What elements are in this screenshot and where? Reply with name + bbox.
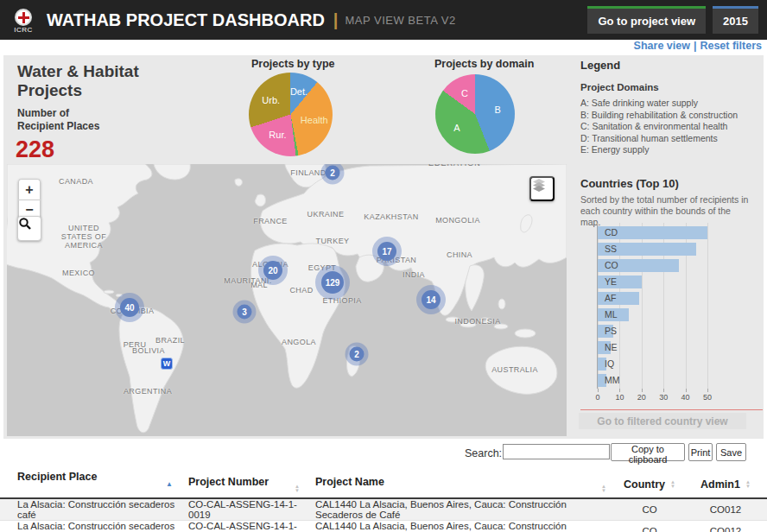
map-search-button[interactable] bbox=[17, 216, 41, 241]
cluster-marker[interactable]: 14 bbox=[416, 285, 446, 314]
search-input[interactable] bbox=[503, 444, 610, 459]
zoom-in-button[interactable]: + bbox=[18, 179, 41, 200]
cluster-marker[interactable]: 20 bbox=[258, 256, 288, 285]
red-cross-icon bbox=[15, 9, 32, 26]
country-label: AUSTRALIA bbox=[491, 365, 538, 374]
projects-table: Recipient Place▲Project Number▲▼Project … bbox=[0, 471, 767, 532]
axis-tick bbox=[619, 389, 620, 392]
cluster-marker[interactable]: 2 bbox=[345, 343, 369, 366]
country-bar-label: NE bbox=[605, 341, 618, 354]
map-layers-button[interactable] bbox=[529, 176, 555, 201]
country-label: INDONESIA bbox=[454, 317, 500, 326]
country-label: ANGOLA bbox=[282, 338, 316, 346]
country-label: FRANCE bbox=[253, 217, 287, 225]
year-button[interactable]: 2015 bbox=[713, 6, 758, 34]
column-header-label: Project Number bbox=[188, 476, 269, 488]
country-label: BRAZIL bbox=[155, 336, 185, 345]
column-header-country[interactable]: Country▲▼ bbox=[615, 471, 684, 498]
pie-slice-label: Urb. bbox=[262, 95, 280, 105]
column-header-project-number[interactable]: Project Number▲▼ bbox=[181, 471, 308, 498]
column-header-recipient-place[interactable]: Recipient Place▲ bbox=[0, 471, 181, 498]
page-title: WATHAB PROJECT DASHBOARD bbox=[47, 10, 325, 30]
metric-label: Number of Recipient Places bbox=[17, 107, 114, 133]
projects-by-domain-pie[interactable]: BAC bbox=[435, 74, 515, 154]
table-row[interactable]: La Alsacia: Construcción secaderos caféC… bbox=[0, 498, 767, 521]
icrc-logo-label: ICRC bbox=[9, 26, 38, 34]
country-bar-label: YE bbox=[605, 276, 617, 288]
print-button[interactable]: Print bbox=[688, 443, 713, 461]
country-label: CANADA bbox=[59, 177, 93, 186]
column-header-label: Country bbox=[624, 478, 665, 491]
cluster-marker-count: 2 bbox=[326, 166, 340, 180]
sort-icon: ▲▼ bbox=[670, 480, 675, 489]
table-cell: CO bbox=[615, 521, 684, 532]
map-zoom-control: + − bbox=[18, 179, 41, 220]
cluster-marker[interactable]: 3 bbox=[233, 301, 257, 324]
pie-slice-label: C bbox=[461, 88, 468, 98]
table-cell: La Alsacia: Construcción secaderos café bbox=[0, 521, 181, 532]
table-cell: CO bbox=[615, 498, 684, 521]
pie-type-title: Projects by type bbox=[251, 58, 335, 70]
link-divider: | bbox=[694, 40, 697, 52]
country-bar-label: CO bbox=[605, 259, 618, 272]
search-icon bbox=[18, 217, 32, 231]
cluster-marker-count: 3 bbox=[238, 305, 252, 320]
table-cell: CAL1440 La Alsacia, Buenos Aires, Cauca:… bbox=[308, 521, 615, 532]
country-label: UKRAINE bbox=[307, 210, 345, 218]
go-to-filtered-country-view-button[interactable]: Go to filtered country view bbox=[579, 413, 746, 429]
country-bar-label: PS bbox=[605, 325, 617, 338]
column-header-project-name[interactable]: Project Name▲▼ bbox=[308, 471, 615, 498]
w-marker-icon[interactable]: W bbox=[161, 358, 173, 370]
clipped-country-label: EDERATION bbox=[428, 164, 481, 168]
axis-tick-label: 50 bbox=[703, 393, 712, 402]
axis-tick bbox=[707, 389, 708, 392]
country-bar-label: IQ bbox=[605, 358, 614, 370]
cluster-marker-count: 17 bbox=[377, 242, 396, 261]
sort-icon: ▲▼ bbox=[601, 484, 606, 493]
column-header-label: Recipient Place bbox=[17, 471, 97, 483]
world-map[interactable]: CANADAUNITED STATES OF AMERICAMEXICOCOLO… bbox=[7, 164, 567, 436]
gridline bbox=[707, 223, 708, 389]
table-cell: CO-CAL-ASSENG-14-1-0019 bbox=[181, 521, 308, 532]
pie-slice-label: Health bbox=[301, 115, 328, 125]
axis-tick bbox=[663, 389, 664, 392]
countries-bar-chart: 01020304050CDSSCOYEAFMLPSNEIQMM bbox=[574, 223, 767, 408]
cluster-marker[interactable]: 40 bbox=[115, 293, 144, 322]
axis-tick-label: 40 bbox=[681, 393, 690, 402]
copy-to-clipboard-button[interactable]: Copy to clipboard bbox=[611, 443, 685, 461]
layers-icon bbox=[531, 178, 547, 193]
projects-by-type-pie[interactable]: Det.HealthRur.Urb. bbox=[249, 73, 333, 156]
wathab-dashboard: ICRC WATHAB PROJECT DASHBOARD | MAP VIEW… bbox=[0, 0, 767, 532]
cluster-marker-count: 2 bbox=[350, 347, 364, 362]
column-header-label: Admin1 bbox=[700, 478, 740, 491]
country-label: UNITED STATES OF AMERICA bbox=[55, 225, 112, 250]
legend-item: E: Energy supply bbox=[580, 144, 738, 156]
table-row[interactable]: La Alsacia: Construcción secaderos caféC… bbox=[0, 521, 767, 532]
cluster-marker[interactable]: 17 bbox=[372, 237, 402, 266]
legend-item: C: Sanitation & environmental health bbox=[580, 121, 738, 133]
view-links: Share view|Reset filters bbox=[0, 40, 767, 55]
column-header-label: Project Name bbox=[315, 476, 384, 488]
country-bar-label: AF bbox=[605, 292, 616, 305]
country-bar-label: MM bbox=[605, 374, 620, 387]
dashboard-panel: Water & Habitat Projects Number of Recip… bbox=[3, 55, 764, 439]
table-cell: CO-CAL-ASSENG-14-1-0019 bbox=[181, 498, 308, 521]
cluster-marker-count: 40 bbox=[120, 298, 139, 317]
go-to-project-view-button[interactable]: Go to project view bbox=[587, 6, 706, 34]
pie-slice-label: B bbox=[495, 104, 501, 115]
share-view-link[interactable]: Share view bbox=[634, 40, 690, 52]
reset-filters-link[interactable]: Reset filters bbox=[700, 40, 762, 52]
legend-item: B: Building rehabilitation & constructio… bbox=[580, 110, 738, 122]
country-label: TURKEY bbox=[316, 237, 350, 245]
column-header-admin1[interactable]: Admin1▲▼ bbox=[684, 471, 767, 498]
save-button[interactable]: Save bbox=[716, 443, 746, 461]
country-bar-label: SS bbox=[605, 243, 617, 256]
axis-tick-label: 0 bbox=[595, 393, 599, 402]
table-cell: La Alsacia: Construcción secaderos café bbox=[0, 498, 181, 521]
cluster-marker[interactable]: 129 bbox=[315, 265, 350, 300]
axis-tick-label: 10 bbox=[615, 393, 624, 402]
pie-slice-label: Det. bbox=[290, 86, 307, 97]
cluster-marker-count: 20 bbox=[263, 261, 282, 280]
cluster-marker-count: 129 bbox=[321, 271, 344, 294]
axis-tick-label: 20 bbox=[637, 393, 646, 402]
